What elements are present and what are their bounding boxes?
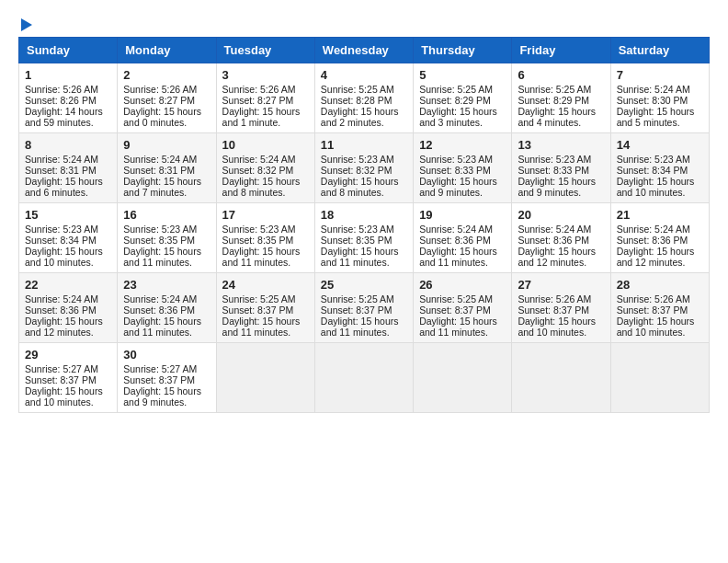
sunset: Sunset: 8:27 PM [123, 95, 195, 106]
calendar-cell: 27Sunrise: 5:26 AMSunset: 8:37 PMDayligh… [512, 273, 610, 343]
sunrise: Sunrise: 5:23 AM [617, 154, 690, 165]
header-row: SundayMondayTuesdayWednesdayThursdayFrid… [19, 38, 710, 63]
sunset: Sunset: 8:37 PM [617, 304, 688, 316]
calendar-cell: 16Sunrise: 5:23 AMSunset: 8:35 PMDayligh… [118, 203, 216, 273]
calendar-cell: 14Sunrise: 5:23 AMSunset: 8:34 PMDayligh… [610, 133, 709, 203]
header-cell-sunday: Sunday [19, 38, 118, 63]
calendar-cell: 3Sunrise: 5:26 AMSunset: 8:27 PMDaylight… [216, 63, 314, 133]
day-number: 23 [123, 278, 210, 292]
day-number: 17 [222, 208, 309, 222]
sunset: Sunset: 8:37 PM [321, 304, 392, 316]
sunrise: Sunrise: 5:23 AM [25, 224, 98, 235]
header-cell-monday: Monday [118, 38, 216, 63]
calendar-cell: 12Sunrise: 5:23 AMSunset: 8:33 PMDayligh… [414, 133, 512, 203]
sunset: Sunset: 8:28 PM [321, 95, 392, 106]
daylight: Daylight: 15 hours and 10 minutes. [617, 176, 695, 198]
week-row-5: 29Sunrise: 5:27 AMSunset: 8:37 PMDayligh… [19, 343, 710, 413]
sunset: Sunset: 8:36 PM [518, 235, 589, 246]
calendar-cell: 7Sunrise: 5:24 AMSunset: 8:30 PMDaylight… [610, 63, 709, 133]
day-number: 3 [222, 68, 309, 82]
day-number: 11 [321, 138, 407, 152]
calendar-cell: 26Sunrise: 5:25 AMSunset: 8:37 PMDayligh… [414, 273, 512, 343]
day-number: 18 [321, 208, 407, 222]
sunrise: Sunrise: 5:27 AM [123, 363, 197, 374]
sunrise: Sunrise: 5:25 AM [222, 293, 296, 304]
header-cell-wednesday: Wednesday [314, 38, 413, 63]
daylight: Daylight: 15 hours and 10 minutes. [518, 316, 596, 338]
daylight: Daylight: 15 hours and 0 minutes. [123, 106, 201, 128]
sunrise: Sunrise: 5:25 AM [321, 293, 394, 304]
daylight: Daylight: 15 hours and 8 minutes. [321, 176, 399, 198]
daylight: Daylight: 15 hours and 11 minutes. [321, 246, 399, 268]
calendar-cell: 9Sunrise: 5:24 AMSunset: 8:31 PMDaylight… [118, 133, 216, 203]
sunset: Sunset: 8:30 PM [617, 95, 688, 106]
day-number: 14 [617, 138, 703, 152]
sunrise: Sunrise: 5:26 AM [518, 293, 591, 304]
calendar-cell: 15Sunrise: 5:23 AMSunset: 8:34 PMDayligh… [19, 203, 118, 273]
sunset: Sunset: 8:37 PM [222, 304, 294, 316]
sunset: Sunset: 8:37 PM [419, 304, 491, 316]
day-number: 20 [518, 208, 604, 222]
calendar-cell: 8Sunrise: 5:24 AMSunset: 8:31 PMDaylight… [19, 133, 118, 203]
sunrise: Sunrise: 5:26 AM [25, 84, 98, 95]
daylight: Daylight: 15 hours and 9 minutes. [518, 176, 596, 198]
sunrise: Sunrise: 5:23 AM [123, 224, 197, 235]
calendar-cell: 17Sunrise: 5:23 AMSunset: 8:35 PMDayligh… [216, 203, 314, 273]
day-number: 16 [123, 208, 210, 222]
sunrise: Sunrise: 5:26 AM [222, 84, 296, 95]
calendar-cell: 13Sunrise: 5:23 AMSunset: 8:33 PMDayligh… [512, 133, 610, 203]
week-row-3: 15Sunrise: 5:23 AMSunset: 8:34 PMDayligh… [19, 203, 710, 273]
calendar-body: 1Sunrise: 5:26 AMSunset: 8:26 PMDaylight… [19, 63, 710, 413]
calendar-cell: 29Sunrise: 5:27 AMSunset: 8:37 PMDayligh… [19, 343, 118, 413]
day-number: 27 [518, 278, 604, 292]
sunrise: Sunrise: 5:26 AM [123, 84, 197, 95]
day-number: 28 [617, 278, 703, 292]
day-number: 7 [617, 68, 703, 82]
day-number: 9 [123, 138, 210, 152]
sunset: Sunset: 8:26 PM [25, 95, 97, 106]
sunset: Sunset: 8:37 PM [123, 374, 195, 385]
calendar-cell: 11Sunrise: 5:23 AMSunset: 8:32 PMDayligh… [314, 133, 413, 203]
sunrise: Sunrise: 5:26 AM [617, 293, 690, 304]
sunrise: Sunrise: 5:24 AM [419, 224, 493, 235]
calendar-cell: 10Sunrise: 5:24 AMSunset: 8:32 PMDayligh… [216, 133, 314, 203]
sunrise: Sunrise: 5:23 AM [419, 154, 493, 165]
sunset: Sunset: 8:36 PM [25, 304, 97, 316]
header-cell-saturday: Saturday [610, 38, 709, 63]
daylight: Daylight: 15 hours and 12 minutes. [25, 316, 103, 338]
logo [18, 18, 33, 28]
day-number: 24 [222, 278, 309, 292]
day-number: 6 [518, 68, 604, 82]
daylight: Daylight: 15 hours and 9 minutes. [123, 385, 201, 408]
calendar-cell: 18Sunrise: 5:23 AMSunset: 8:35 PMDayligh… [314, 203, 413, 273]
daylight: Daylight: 15 hours and 11 minutes. [222, 246, 301, 268]
daylight: Daylight: 15 hours and 2 minutes. [321, 106, 399, 128]
day-number: 29 [25, 348, 111, 362]
day-number: 2 [123, 68, 210, 82]
daylight: Daylight: 15 hours and 9 minutes. [419, 176, 497, 198]
sunset: Sunset: 8:35 PM [123, 235, 195, 246]
sunrise: Sunrise: 5:24 AM [617, 224, 690, 235]
daylight: Daylight: 15 hours and 6 minutes. [25, 176, 103, 198]
header-cell-thursday: Thursday [414, 38, 512, 63]
sunset: Sunset: 8:36 PM [419, 235, 491, 246]
calendar-header: SundayMondayTuesdayWednesdayThursdayFrid… [19, 38, 710, 63]
calendar-cell: 25Sunrise: 5:25 AMSunset: 8:37 PMDayligh… [314, 273, 413, 343]
sunset: Sunset: 8:37 PM [518, 304, 589, 316]
calendar-cell [414, 343, 512, 413]
day-number: 12 [419, 138, 506, 152]
sunset: Sunset: 8:31 PM [25, 165, 97, 176]
daylight: Daylight: 15 hours and 10 minutes. [25, 246, 103, 268]
sunrise: Sunrise: 5:24 AM [617, 84, 690, 95]
sunset: Sunset: 8:31 PM [123, 165, 195, 176]
day-number: 15 [25, 208, 111, 222]
calendar-cell [216, 343, 314, 413]
day-number: 8 [25, 138, 111, 152]
sunrise: Sunrise: 5:23 AM [222, 224, 296, 235]
calendar-cell: 6Sunrise: 5:25 AMSunset: 8:29 PMDaylight… [512, 63, 610, 133]
sunrise: Sunrise: 5:24 AM [518, 224, 591, 235]
day-number: 19 [419, 208, 506, 222]
sunset: Sunset: 8:37 PM [25, 374, 97, 385]
daylight: Daylight: 15 hours and 11 minutes. [419, 246, 497, 268]
daylight: Daylight: 15 hours and 11 minutes. [419, 316, 497, 338]
